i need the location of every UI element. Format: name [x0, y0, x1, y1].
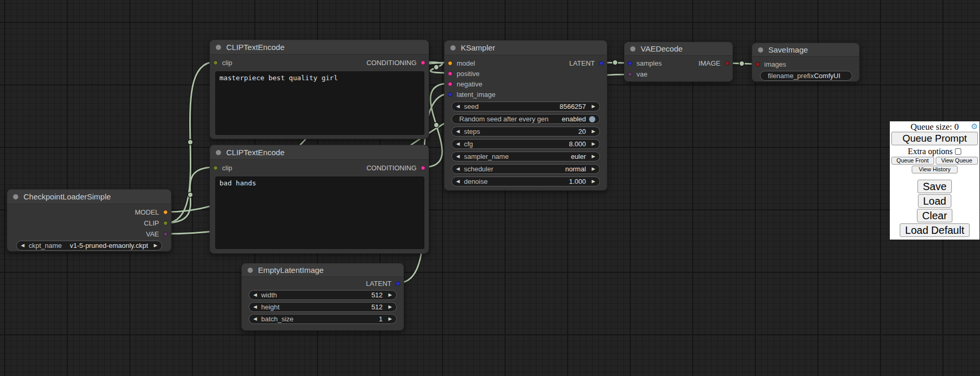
clip-output-port[interactable]	[163, 221, 168, 225]
widget-label: seed	[464, 103, 479, 110]
widget-label: ckpt_name	[29, 242, 62, 249]
queue-prompt-button[interactable]: Queue Prompt	[891, 132, 978, 145]
load-button[interactable]: Load	[918, 194, 952, 208]
view-queue-button[interactable]: View Queue	[936, 157, 978, 165]
node-vae-decode[interactable]: VAEDecode samples IMAGE vae	[624, 42, 733, 82]
images-input-port[interactable]	[755, 62, 760, 67]
latent-image-input-port[interactable]	[448, 92, 452, 97]
scheduler-widget[interactable]: ◀ scheduler normal ▶	[451, 164, 600, 174]
extra-options-checkbox[interactable]	[955, 148, 961, 155]
node-title-bar[interactable]: KSampler	[445, 41, 607, 55]
latent-output-port[interactable]	[396, 281, 400, 286]
settings-gear-icon[interactable]: ⚙	[971, 122, 978, 131]
conditioning-output-port[interactable]	[421, 166, 425, 170]
node-title-bar[interactable]: CLIPTextEncode	[210, 40, 428, 55]
output-label-latent: LATENT	[569, 59, 595, 67]
clip-input-port[interactable]	[213, 166, 218, 170]
increment-arrow-icon[interactable]: ▶	[388, 293, 392, 297]
output-label-image: IMAGE	[699, 59, 720, 67]
widget-label: filename_prefix	[768, 72, 814, 80]
increment-arrow-icon[interactable]: ▶	[388, 305, 392, 309]
load-default-button[interactable]: Load Default	[900, 223, 969, 237]
negative-input-port[interactable]	[448, 82, 452, 86]
increment-arrow-icon[interactable]: ▶	[592, 142, 595, 146]
widget-label: batch_size	[261, 315, 293, 323]
node-clip-text-encode-positive[interactable]: CLIPTextEncode clip CONDITIONING masterp…	[210, 40, 429, 139]
model-input-port[interactable]	[448, 61, 452, 66]
decrement-arrow-icon[interactable]: ◀	[253, 317, 257, 321]
filename-prefix-widget[interactable]: filename_prefix ComfyUI	[760, 71, 852, 81]
increment-arrow-icon[interactable]: ▶	[592, 167, 595, 171]
vae-output-port[interactable]	[163, 232, 168, 236]
widget-value: 20	[579, 128, 586, 135]
width-widget[interactable]: ◀ width 512 ▶	[249, 290, 397, 300]
height-widget[interactable]: ◀ height 512 ▶	[249, 302, 397, 312]
positive-prompt-textarea[interactable]: masterpiece best quality girl	[215, 71, 424, 135]
increment-arrow-icon[interactable]: ▶	[592, 179, 595, 184]
decrement-arrow-icon[interactable]: ◀	[456, 154, 460, 159]
widget-value: enabled	[562, 115, 586, 123]
clear-button[interactable]: Clear	[917, 209, 952, 222]
increment-arrow-icon[interactable]: ▶	[592, 104, 595, 109]
node-title-bar[interactable]: SaveImage	[752, 43, 859, 57]
widget-label: denoise	[464, 178, 488, 185]
ckpt-name-widget[interactable]: ◀ ckpt_name v1-5-pruned-emaonly.ckpt ▶	[16, 241, 162, 250]
node-title-bar[interactable]: CLIPTextEncode	[210, 145, 428, 160]
latent-output-port[interactable]	[599, 61, 604, 66]
samples-input-port[interactable]	[628, 61, 632, 66]
vae-input-port[interactable]	[628, 72, 632, 77]
widget-label: Random seed after every gen	[459, 115, 548, 123]
node-ksampler[interactable]: KSampler model LATENT positive negative …	[444, 40, 607, 191]
node-empty-latent-image[interactable]: EmptyLatentImage LATENT ◀ width 512 ▶ ◀ …	[241, 263, 404, 331]
node-title-bar[interactable]: CheckpointLoaderSimple	[7, 190, 171, 204]
increment-arrow-icon[interactable]: ▶	[388, 317, 392, 321]
random-seed-toggle-widget[interactable]: Random seed after every gen enabled	[451, 114, 600, 124]
node-title-bar[interactable]: VAEDecode	[624, 42, 732, 56]
widget-value: ComfyUI	[814, 72, 840, 80]
batch-size-widget[interactable]: ◀ batch_size 1 ▶	[249, 314, 397, 324]
widget-value: 512	[371, 303, 383, 311]
decrement-arrow-icon[interactable]: ◀	[456, 142, 460, 146]
comfyui-canvas[interactable]: { "colors": { "wire": "#aec3a7", "port_m…	[0, 0, 980, 376]
model-output-port[interactable]	[163, 210, 168, 215]
positive-input-port[interactable]	[448, 71, 452, 76]
image-output-port[interactable]	[725, 61, 729, 66]
input-label-clip: clip	[222, 59, 232, 67]
clip-input-port[interactable]	[213, 60, 218, 65]
node-title: EmptyLatentImage	[258, 266, 324, 274]
increment-arrow-icon[interactable]: ▶	[592, 129, 595, 134]
save-button[interactable]: Save	[917, 180, 952, 193]
cfg-widget[interactable]: ◀ cfg 8.000 ▶	[451, 139, 600, 149]
node-status-dot-icon	[450, 45, 456, 51]
node-title: KSampler	[461, 43, 495, 52]
output-label-clip: CLIP	[144, 219, 159, 227]
input-label-latent-image: latent_image	[457, 91, 495, 98]
increment-arrow-icon[interactable]: ▶	[592, 154, 595, 159]
seed-widget[interactable]: ◀ seed 8566257 ▶	[451, 102, 600, 111]
node-status-dot-icon	[216, 45, 221, 50]
decrement-arrow-icon[interactable]: ◀	[456, 167, 460, 171]
denoise-widget[interactable]: ◀ denoise 1.000 ▶	[451, 177, 600, 186]
view-history-button[interactable]: View History	[912, 166, 958, 173]
decrement-arrow-icon[interactable]: ◀	[253, 305, 257, 309]
decrement-arrow-icon[interactable]: ◀	[21, 243, 24, 248]
decrement-arrow-icon[interactable]: ◀	[253, 293, 257, 297]
sampler-name-widget[interactable]: ◀ sampler_name euler ▶	[451, 152, 600, 161]
increment-arrow-icon[interactable]: ▶	[154, 243, 157, 248]
toggle-enabled-icon[interactable]	[589, 116, 595, 122]
negative-prompt-textarea[interactable]: bad hands	[215, 177, 424, 249]
steps-widget[interactable]: ◀ steps 20 ▶	[451, 127, 600, 136]
node-save-image[interactable]: SaveImage images filename_prefix ComfyUI	[752, 43, 860, 82]
node-clip-text-encode-negative[interactable]: CLIPTextEncode clip CONDITIONING bad han…	[210, 145, 429, 254]
widget-value: normal	[565, 165, 586, 173]
node-checkpoint-loader[interactable]: CheckpointLoaderSimple MODEL CLIP VAE ◀ …	[7, 189, 172, 252]
node-title-bar[interactable]: EmptyLatentImage	[242, 264, 403, 277]
conditioning-output-port[interactable]	[421, 60, 425, 65]
queue-front-button[interactable]: Queue Front	[891, 157, 934, 165]
node-status-dot-icon	[13, 194, 18, 199]
decrement-arrow-icon[interactable]: ◀	[456, 179, 460, 184]
input-label-negative: negative	[457, 80, 482, 88]
decrement-arrow-icon[interactable]: ◀	[456, 129, 460, 134]
queue-panel: Queue size: 0 ⚙ Queue Prompt Extra optio…	[890, 121, 979, 240]
decrement-arrow-icon[interactable]: ◀	[456, 104, 460, 109]
